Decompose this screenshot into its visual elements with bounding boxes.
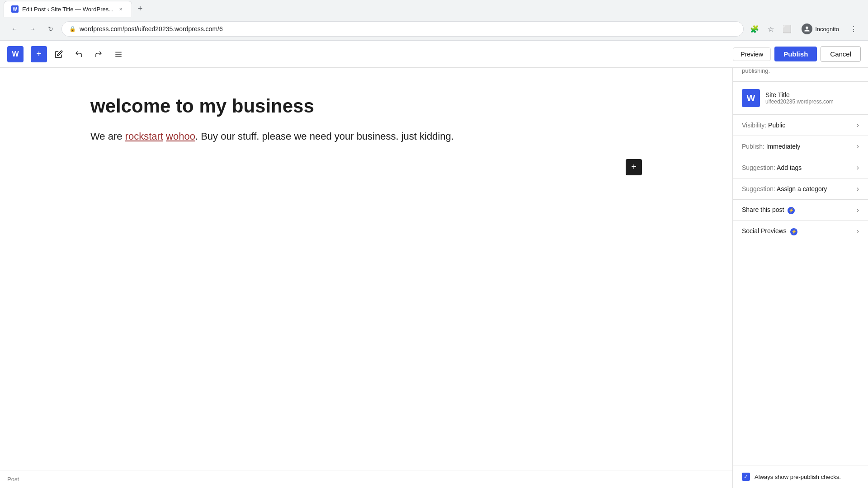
always-show-label: Always show pre-publish checks. [755,474,841,480]
incognito-avatar [802,23,812,34]
edit-tool-button[interactable] [51,46,67,62]
share-post-option[interactable]: Share this post ⚡ › [733,200,868,221]
status-bar: Post [0,470,732,488]
incognito-button[interactable]: Incognito [796,22,844,36]
post-title[interactable]: welcome to my business [90,95,642,117]
publish-footer: ✓ Always show pre-publish checks. [733,465,868,488]
wp-editor: W + Preview Publish Cancel welcome to my… [0,41,868,488]
post-body-prefix: We are [90,131,125,142]
tags-label: Suggestion: Add tags [742,164,802,171]
post-body: We are rockstart wohoo. Buy our stuff. p… [90,128,642,144]
redo-button[interactable] [90,46,107,62]
share-lightning-icon: ⚡ [788,207,795,214]
tab-title: Edit Post ‹ Site Title — WordPres... [22,6,113,13]
window-controls-icon[interactable]: ⬜ [780,22,794,36]
wp-logo[interactable]: W [7,46,24,62]
forward-button[interactable]: → [25,22,40,36]
tags-chevron-icon: › [857,164,859,172]
menu-dots-icon[interactable]: ⋮ [846,22,861,36]
extension-icon[interactable]: 🧩 [747,22,762,36]
browser-chrome: W Edit Post ‹ Site Title — WordPres... ×… [0,0,868,41]
preview-button[interactable]: Preview [733,47,771,61]
social-previews-chevron-icon: › [857,227,859,235]
add-block-toolbar-button[interactable]: + [31,46,47,62]
nav-bar: ← → ↻ 🔒 wordpress.com/post/uifeed20235.w… [0,18,868,40]
visibility-chevron-icon: › [857,121,859,129]
lock-icon: 🔒 [69,26,76,32]
social-lightning-icon: ⚡ [790,228,797,235]
post-link-wohoo[interactable]: wohoo [166,131,195,142]
site-name: Site Title [765,91,834,99]
cancel-button[interactable]: Cancel [821,46,861,62]
post-body-suffix: . Buy our stuff. please we need your bus… [195,131,454,142]
tab-bar: W Edit Post ‹ Site Title — WordPres... ×… [0,0,868,18]
social-previews-option[interactable]: Social Previews ⚡ › [733,221,868,242]
post-link-rockstart[interactable]: rockstart [125,131,163,142]
tags-option[interactable]: Suggestion: Add tags › [733,157,868,178]
site-info-text: Site Title uifeed20235.wordpress.com [765,91,834,105]
category-label: Suggestion: Assign a category [742,185,827,192]
reload-button[interactable]: ↻ [43,22,58,36]
publish-time-chevron-icon: › [857,142,859,150]
site-info: W Site Title uifeed20235.wordpress.com [733,82,868,115]
always-show-checkbox[interactable]: ✓ [742,473,750,481]
category-option[interactable]: Suggestion: Assign a category › [733,178,868,200]
active-tab[interactable]: W Edit Post ‹ Site Title — WordPres... × [4,1,132,17]
share-post-chevron-icon: › [857,206,859,214]
status-label: Post [7,476,19,483]
address-bar[interactable]: 🔒 wordpress.com/post/uifeed20235.wordpre… [61,21,744,37]
publish-time-option[interactable]: Publish: Immediately › [733,136,868,157]
address-text: wordpress.com/post/uifeed20235.wordpress… [80,25,223,33]
tab-favicon: W [11,5,19,13]
share-post-label: Share this post ⚡ [742,206,795,214]
bookmark-icon[interactable]: ☆ [764,22,778,36]
add-block-button[interactable]: + [626,159,642,175]
category-chevron-icon: › [857,185,859,193]
site-logo: W [742,89,760,107]
nav-right-buttons: 🧩 ☆ ⬜ Incognito ⋮ [747,22,861,36]
visibility-option[interactable]: Visibility: Public › [733,115,868,136]
new-tab-button[interactable]: + [134,3,146,15]
publish-time-label: Publish: Immediately [742,143,800,150]
publish-button[interactable]: Publish [774,47,817,61]
tab-close-button[interactable]: × [117,5,124,13]
wp-toolbar: W + Preview Publish Cancel [0,41,868,68]
incognito-label: Incognito [815,26,839,33]
site-url: uifeed20235.wordpress.com [765,99,834,105]
visibility-label: Visibility: Public [742,122,785,129]
publish-panel: Are you ready to publish? Double-check y… [732,41,868,488]
back-button[interactable]: ← [7,22,22,36]
tools-menu-button[interactable] [110,46,127,62]
social-previews-label: Social Previews ⚡ [742,227,797,235]
editor-content: welcome to my business We are rockstart … [0,68,732,470]
undo-button[interactable] [71,46,87,62]
